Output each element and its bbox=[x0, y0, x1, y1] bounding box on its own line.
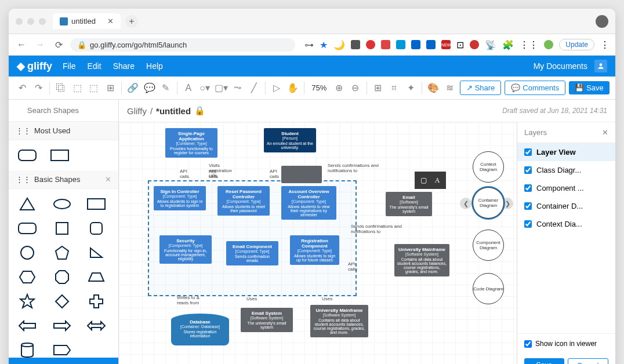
shape-octagon[interactable] bbox=[49, 268, 75, 286]
node-emailsys[interactable]: Email System[Software System]The univers… bbox=[241, 308, 293, 332]
shape-rounded-rect[interactable] bbox=[14, 146, 40, 165]
comments-button[interactable]: 💬Comments bbox=[505, 81, 565, 95]
profile-icon[interactable] bbox=[596, 15, 608, 28]
ext-icon[interactable]: ⋮⋮ bbox=[520, 39, 538, 50]
circle-container[interactable]: Container Diagram bbox=[473, 187, 504, 219]
shape-square[interactable] bbox=[49, 219, 75, 238]
layer-item-container[interactable]: Container D... bbox=[517, 197, 615, 215]
reload-button[interactable]: ⟳ bbox=[52, 38, 66, 52]
node-signin[interactable]: Sign In Controller[Component: Type]Allow… bbox=[154, 186, 206, 210]
node-mainframe[interactable]: University Mainframe[Software System]Con… bbox=[394, 244, 449, 276]
node-emailcomp[interactable]: Email Component[Component: Type]Sends co… bbox=[226, 241, 278, 265]
category-basic-shapes[interactable]: ⋮⋮Basic Shapes✕ bbox=[9, 170, 118, 189]
shape-plus[interactable] bbox=[84, 292, 109, 311]
close-icon[interactable]: ✕ bbox=[602, 128, 608, 137]
node-mainframe2[interactable]: University Mainframe[Software System]Con… bbox=[310, 305, 368, 337]
save-button[interactable]: 💾Save bbox=[569, 81, 610, 94]
pager-left[interactable]: ❮ bbox=[460, 198, 471, 209]
shape-cylinder[interactable] bbox=[14, 341, 40, 358]
shape-triangle[interactable] bbox=[14, 195, 40, 213]
shape-ellipse[interactable] bbox=[49, 195, 75, 213]
shape-rounded-square[interactable] bbox=[84, 219, 109, 238]
update-button[interactable]: Update bbox=[559, 39, 594, 50]
layer-checkbox[interactable] bbox=[524, 166, 532, 174]
link-button[interactable]: 🔗 bbox=[125, 80, 140, 96]
logo[interactable]: ◆gliffy bbox=[17, 60, 52, 72]
close-icon[interactable]: ✕ bbox=[105, 175, 111, 184]
grid-button[interactable]: ⊞ bbox=[371, 80, 386, 96]
shape-rect[interactable] bbox=[47, 146, 72, 165]
shape-hexagon[interactable] bbox=[14, 268, 40, 286]
layer-checkbox[interactable] bbox=[524, 148, 532, 156]
layer-checkbox[interactable] bbox=[524, 202, 532, 210]
text-tool-popup[interactable]: ▢ A bbox=[415, 172, 446, 189]
node-email2[interactable]: Email[Software]The university's email sy… bbox=[386, 192, 432, 216]
ext-icon[interactable] bbox=[366, 40, 375, 49]
node-database[interactable]: Database[Container: Database]Stores regi… bbox=[171, 314, 229, 345]
ext-icon[interactable] bbox=[351, 40, 360, 49]
zoom-out-button[interactable]: ⊖ bbox=[347, 80, 362, 96]
shape-diamond[interactable] bbox=[49, 292, 75, 311]
url-field[interactable]: 🔒 go.gliffy.com/go/html5/launch bbox=[70, 38, 295, 52]
undo-button[interactable]: ↶ bbox=[14, 80, 30, 96]
ext-icon[interactable]: ⊡ bbox=[456, 39, 464, 50]
forward-button[interactable]: → bbox=[33, 38, 47, 52]
shape-arrow-left[interactable] bbox=[14, 316, 40, 335]
moon-icon[interactable]: 🌙 bbox=[333, 39, 345, 50]
back-button[interactable]: ← bbox=[14, 38, 28, 52]
shape-trapezoid[interactable] bbox=[84, 268, 109, 286]
guide-button[interactable]: ✦ bbox=[403, 80, 418, 96]
ext-icon[interactable] bbox=[381, 40, 390, 49]
ext-icon[interactable]: NEW bbox=[441, 40, 451, 49]
shape-star[interactable] bbox=[14, 292, 40, 311]
line-tool[interactable]: ╱ bbox=[246, 80, 262, 96]
shape-arrow-both[interactable] bbox=[84, 316, 109, 335]
menu-file[interactable]: File bbox=[63, 61, 76, 71]
ext-icon[interactable] bbox=[426, 40, 436, 49]
close-window-button[interactable] bbox=[16, 18, 23, 25]
note-button[interactable]: 💬 bbox=[142, 80, 157, 96]
layer-item-view[interactable]: Layer View bbox=[517, 143, 615, 161]
pointer-tool[interactable]: ▷ bbox=[269, 80, 284, 96]
breadcrumb-root[interactable]: Gliffy bbox=[127, 106, 147, 116]
shape-rect[interactable] bbox=[84, 195, 109, 213]
avatar-icon[interactable] bbox=[544, 40, 553, 49]
shape-rounded-rect[interactable] bbox=[14, 219, 40, 238]
layer-item-class[interactable]: Class Diagr... bbox=[517, 161, 615, 179]
layer-checkbox[interactable] bbox=[524, 184, 532, 192]
layers-cancel-button[interactable]: Cancel bbox=[568, 358, 609, 364]
circle-code[interactable]: Code Diagram bbox=[473, 273, 504, 304]
minimize-window-button[interactable] bbox=[27, 18, 34, 25]
line-dropdown[interactable]: ○▾ bbox=[197, 80, 212, 96]
my-documents-link[interactable]: My Documents bbox=[534, 61, 587, 71]
node-reset[interactable]: Reset Password Controller[Component: Typ… bbox=[217, 186, 270, 216]
maximize-window-button[interactable] bbox=[39, 18, 46, 25]
user-avatar[interactable] bbox=[594, 60, 607, 72]
new-tab-button[interactable]: + bbox=[125, 15, 138, 28]
key-icon[interactable]: ⊶ bbox=[304, 39, 314, 50]
highlight-button[interactable]: ✎ bbox=[158, 80, 173, 96]
node-regcomp[interactable]: Registration Component[Component: Type]A… bbox=[290, 235, 339, 265]
more-shapes-button[interactable]: More Shapes ⇤ ❮ bbox=[9, 358, 118, 364]
layers-button[interactable]: ≋ bbox=[442, 80, 457, 96]
rss-icon[interactable]: 📡 bbox=[485, 39, 496, 50]
shape-arrow-right[interactable] bbox=[49, 316, 75, 335]
front-button[interactable]: ⬚ bbox=[70, 80, 85, 96]
redo-button[interactable]: ↷ bbox=[31, 80, 46, 96]
layer-item-component[interactable]: Component ... bbox=[517, 179, 615, 197]
browser-tab[interactable]: untitled ✕ bbox=[53, 13, 121, 29]
search-input[interactable] bbox=[12, 103, 115, 118]
ext-icon[interactable] bbox=[396, 40, 405, 49]
canvas[interactable]: Single-Page Application[Container: Type]… bbox=[119, 122, 615, 364]
back-button-z[interactable]: ⬚ bbox=[86, 80, 101, 96]
circle-component[interactable]: Component Diagram bbox=[473, 230, 504, 261]
text-button[interactable]: A bbox=[181, 80, 196, 96]
group-button[interactable]: ⊞ bbox=[103, 80, 118, 96]
menu-share[interactable]: Share bbox=[113, 61, 135, 71]
node-security[interactable]: Security[Component: Type]Functionality f… bbox=[159, 235, 212, 264]
text-icon[interactable]: A bbox=[431, 174, 444, 187]
menu-edit[interactable]: Edit bbox=[88, 61, 101, 71]
tab-close-icon[interactable]: ✕ bbox=[107, 17, 114, 26]
node-account[interactable]: Account Overview Controller[Component: T… bbox=[281, 186, 336, 220]
node-spa[interactable]: Single-Page Application[Container: Type]… bbox=[165, 128, 217, 158]
